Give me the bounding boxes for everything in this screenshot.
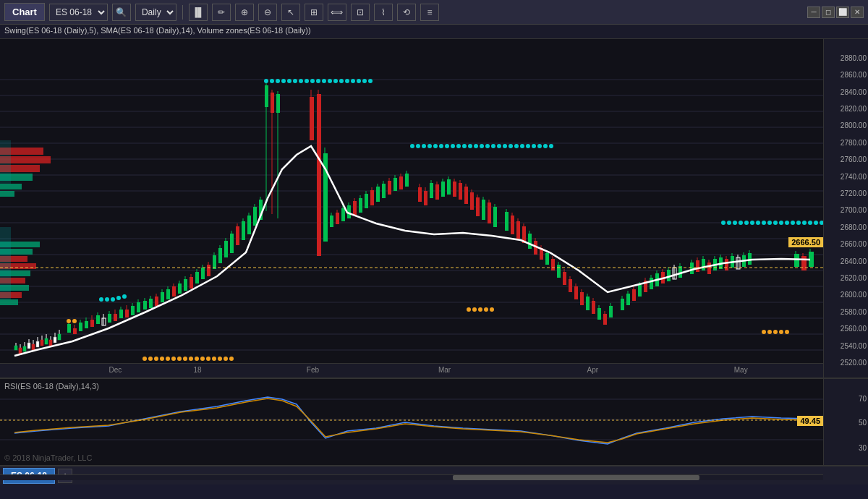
zoom-out-button[interactable]: ⊖: [258, 4, 277, 21]
rsi-chart[interactable]: RSI(ES 06-18 (Daily),14,3) 70 50 30 49.4…: [0, 379, 868, 466]
svg-point-360: [72, 319, 77, 323]
restore-button[interactable]: ◻: [822, 7, 835, 18]
scrollbar-thumb[interactable]: [453, 475, 699, 480]
main-chart[interactable]: 2880.00 2860.00 2840.00 2820.00 2800.00 …: [0, 39, 868, 379]
svg-point-295: [305, 79, 309, 83]
template-button[interactable]: ⊡: [351, 4, 370, 21]
svg-point-316: [462, 144, 467, 148]
settings-button[interactable]: ⌇: [374, 4, 393, 21]
svg-rect-80: [125, 310, 129, 317]
svg-rect-258: [696, 260, 699, 272]
svg-point-320: [485, 144, 490, 148]
svg-rect-156: [376, 187, 380, 202]
price-2520: 2520.00: [841, 358, 867, 366]
svg-point-296: [310, 79, 315, 83]
rsi-axis: 70 50 30: [823, 379, 868, 465]
minimize-button[interactable]: ─: [807, 7, 820, 18]
instrument-select[interactable]: ES 06-18: [49, 4, 108, 21]
svg-point-373: [212, 357, 216, 361]
svg-point-290: [276, 79, 280, 83]
svg-point-327: [526, 144, 530, 148]
rsi-50: 50: [859, 418, 867, 426]
svg-point-302: [345, 79, 349, 83]
svg-point-288: [264, 79, 268, 83]
sma-line: [14, 146, 810, 356]
svg-point-374: [218, 357, 222, 361]
svg-point-293: [293, 79, 297, 83]
svg-point-367: [177, 357, 182, 361]
svg-rect-190: [482, 200, 485, 220]
svg-point-309: [422, 144, 426, 148]
svg-rect-174: [435, 184, 439, 200]
svg-rect-98: [178, 283, 182, 294]
maximize-button[interactable]: ⬜: [836, 7, 849, 18]
svg-point-372: [206, 357, 210, 361]
svg-rect-132: [276, 94, 280, 113]
svg-point-388: [484, 307, 488, 312]
svg-rect-38: [14, 346, 17, 350]
svg-rect-260: [702, 259, 705, 270]
svg-rect-116: [230, 234, 234, 253]
svg-point-326: [520, 144, 524, 148]
svg-rect-68: [90, 320, 94, 327]
close-button[interactable]: ✕: [851, 7, 864, 18]
cursor-button[interactable]: ↖: [281, 4, 300, 21]
svg-point-407: [779, 330, 783, 334]
svg-rect-148: [353, 201, 357, 216]
svg-rect-56: [54, 337, 56, 343]
rsi-70: 70: [859, 395, 867, 403]
rsi-svg: [0, 379, 868, 465]
svg-point-330: [543, 144, 548, 148]
scrollbar-area[interactable]: [0, 474, 823, 480]
bar-type-button[interactable]: ▐▌: [189, 4, 208, 21]
svg-point-303: [351, 79, 355, 83]
svg-rect-58: [58, 334, 61, 340]
svg-rect-104: [195, 272, 199, 283]
draw-button[interactable]: ✏: [212, 4, 231, 21]
title-bar: Chart ES 06-18 🔍 Daily ▐▌ ✏ ⊕ ⊖ ↖ ⊞ ⟺ ⊡ …: [0, 0, 868, 25]
svg-rect-34: [0, 191, 14, 197]
svg-rect-196: [505, 212, 509, 231]
svg-rect-244: [650, 278, 653, 289]
svg-rect-106: [201, 268, 205, 279]
price-2860: 2860.00: [841, 71, 867, 79]
period-select[interactable]: Daily: [135, 4, 176, 21]
svg-point-317: [468, 144, 472, 148]
svg-rect-76: [114, 314, 117, 321]
zoom-in-button[interactable]: ⊕: [235, 4, 254, 21]
crosshair-button[interactable]: ⊞: [305, 4, 323, 21]
svg-rect-28: [0, 299, 18, 305]
svg-point-312: [439, 144, 443, 148]
price-2580: 2580.00: [841, 307, 867, 315]
svg-rect-62: [73, 328, 77, 334]
svg-point-328: [532, 144, 536, 148]
svg-rect-188: [476, 197, 480, 216]
indicator-label: Swing(ES 06-18 (Daily),5), SMA(ES 06-18 …: [0, 25, 868, 39]
svg-point-366: [171, 357, 176, 361]
refresh-button[interactable]: ⟲: [397, 4, 416, 21]
svg-point-323: [503, 144, 507, 148]
rsi-indicator-label: RSI(ES 06-18 (Daily),14,3): [4, 382, 99, 391]
svg-rect-102: [190, 277, 193, 289]
svg-point-371: [200, 357, 205, 361]
rsi-30: 30: [859, 444, 867, 452]
current-price-badge: 2666.50: [788, 237, 823, 247]
svg-rect-122: [247, 216, 251, 234]
svg-point-297: [316, 79, 320, 83]
svg-point-285: [111, 297, 115, 302]
svg-rect-78: [119, 310, 123, 318]
svg-rect-96: [172, 286, 176, 297]
search-button[interactable]: 🔍: [112, 4, 131, 21]
price-2640: 2640.00: [841, 257, 867, 265]
sync-button[interactable]: ⟺: [328, 4, 346, 21]
svg-point-304: [357, 79, 361, 83]
svg-rect-130: [271, 93, 274, 113]
svg-point-375: [224, 357, 228, 361]
grid-lines: [0, 80, 823, 366]
svg-rect-212: [551, 259, 555, 270]
svg-point-334: [733, 221, 737, 225]
svg-point-310: [427, 144, 432, 148]
svg-rect-214: [557, 265, 561, 278]
menu-button[interactable]: ≡: [420, 4, 439, 21]
chart-title-tab[interactable]: Chart: [4, 3, 45, 21]
